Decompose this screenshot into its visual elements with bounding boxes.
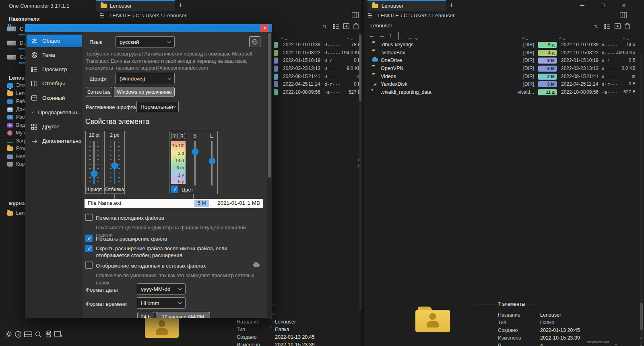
forward-icon[interactable]: → — [379, 32, 385, 39]
sort-icon[interactable]: ↑↓ — [594, 23, 597, 29]
file-row[interactable]: 2022-01-15 10:19 d-r--- 0 B — [272, 57, 362, 64]
translate-globe-button[interactable] — [249, 36, 260, 47]
add-panel-icon[interactable] — [615, 23, 621, 29]
file-row[interactable]: 2022-04-25 11:14 d-r--- 0 B — [272, 80, 362, 88]
show-extension-checkbox[interactable] — [85, 235, 93, 242]
reset-button[interactable]: R — [179, 133, 185, 139]
nav-columns[interactable]: Столбцы — [27, 77, 82, 90]
file-row[interactable]: .vivaldi_reporting_data vivald... 11 д 2… — [364, 89, 642, 96]
clipboard-icon[interactable] — [625, 23, 630, 29]
lightness-slider-thumb[interactable] — [208, 158, 215, 165]
sort-icon[interactable]: ↑↓ — [322, 23, 326, 29]
sort-direction-up-icon[interactable] — [409, 35, 411, 41]
time-format-select[interactable]: HH:mm — [137, 297, 186, 309]
sidebar-item-lenouser[interactable]: Leno — [7, 90, 27, 97]
nav-advanced[interactable]: Дополнительно — [27, 135, 82, 147]
menu-icon[interactable] — [367, 13, 374, 18]
hide-extension-checkbox[interactable] — [85, 245, 93, 252]
dialog-scrollbar-thumb[interactable] — [268, 33, 271, 177]
sidebar-item-documents[interactable]: Доку — [7, 106, 27, 113]
new-window-icon[interactable] — [54, 331, 62, 338]
sidebar-item-recycle-bin[interactable]: Корз — [7, 161, 27, 168]
drive-item[interactable]: D: — [7, 40, 25, 46]
nav-preview[interactable]: Предварительн... — [27, 106, 82, 119]
back-icon[interactable]: ← — [369, 32, 375, 39]
saturation-slider-track[interactable] — [194, 141, 196, 185]
time-24h-button[interactable]: 24 h — [137, 312, 154, 318]
file-row[interactable]: 2022-08-15 21:41 d----- ⊘ — [272, 73, 362, 80]
font-consolas-button[interactable]: Consolas — [86, 87, 112, 97]
up-icon[interactable]: ↑ — [389, 32, 392, 39]
sidebar-item-downloads[interactable]: Загр — [7, 137, 27, 144]
settings-gear-icon[interactable] — [5, 330, 12, 338]
nav-theme[interactable]: Тема — [27, 49, 82, 61]
sidebar-item-music[interactable]: Муз — [7, 129, 25, 136]
scrollbar-thumb[interactable] — [640, 303, 643, 330]
menu-icon[interactable] — [99, 13, 105, 18]
file-row[interactable]: Videos [DIR] 2 М 2022-08-15 21:41 d-----… — [364, 73, 642, 80]
info-icon[interactable] — [14, 331, 22, 338]
sidebar-item-programs[interactable]: Prog — [7, 145, 27, 152]
help-button[interactable]: ? — [171, 133, 178, 139]
file-row[interactable]: OneDrive [DIR] 9 М 2022-01-15 10:19 d-r-… — [364, 57, 642, 64]
time-ampm-button[interactable]: 12 часов с AM/PM — [156, 312, 210, 318]
chevron-up-icon[interactable] — [615, 341, 617, 346]
sort-asc-icon[interactable] — [281, 35, 287, 41]
new-tab-button[interactable]: + — [175, 1, 185, 10]
sidebar-item-this-pc[interactable]: Этот — [7, 82, 27, 89]
list-view-icon[interactable] — [333, 24, 339, 29]
sort-direction-down-icon[interactable] — [415, 35, 417, 41]
saturation-slider-thumb[interactable] — [192, 148, 198, 155]
drive-item[interactable]: G: — [7, 54, 25, 60]
nav-other[interactable]: Другое — [27, 120, 82, 133]
column-sort-icons[interactable] — [559, 35, 565, 41]
file-row[interactable]: 2022-10-15 08:22 d----- 194,0 KB — [272, 49, 362, 57]
sidebar-item-journal-lenouser[interactable]: Leno — [7, 210, 27, 217]
chevron-down-icon[interactable] — [272, 301, 277, 306]
nav-general[interactable]: Общее — [27, 35, 82, 47]
file-row[interactable]: OpenVPN [DIR] 6 М 2022-03-23 13:13 d----… — [364, 65, 642, 72]
font-select[interactable]: (Windows) — [116, 73, 175, 84]
dialog-scrollbar[interactable] — [267, 33, 272, 317]
column-sort-icons[interactable] — [623, 35, 629, 41]
padding-slider-thumb[interactable] — [111, 163, 118, 169]
drives-menu-button[interactable]: ... — [76, 14, 82, 21]
file-row[interactable]: YandexDisk [DIR] 5 М 2022-04-25 11:14 d-… — [364, 80, 642, 88]
chevron-down-icon[interactable] — [640, 341, 642, 346]
chevron-down-icon[interactable] — [640, 334, 642, 340]
font-size-slider-thumb[interactable] — [91, 171, 97, 177]
drive-item[interactable]: C: — [7, 26, 25, 32]
assistant-robot-icon[interactable] — [44, 330, 52, 338]
minimize-button[interactable] — [575, 0, 589, 11]
breadcrumb[interactable]: LENOTE \ C: \ Users \ Lenouser — [378, 12, 455, 19]
file-row[interactable]: 2022-10-08 09:56 -a---- 527 B — [272, 89, 362, 96]
collapse-handle-icon[interactable] — [358, 156, 360, 168]
slider-track[interactable] — [93, 141, 95, 174]
clipboard-icon[interactable] — [353, 23, 359, 29]
font-stretch-select[interactable]: Нормальный — [136, 101, 179, 112]
close-window-button[interactable]: × — [617, 0, 631, 11]
sort-asc-icon[interactable] — [347, 35, 353, 41]
breadcrumb[interactable]: LENOTE \ C: \ Users \ Lenouser — [109, 12, 187, 19]
file-row[interactable]: 2022-03-23 13:13 d----- 9,0 KB — [272, 65, 362, 72]
chevron-down-icon[interactable] — [272, 310, 277, 315]
nav-view[interactable]: Просмотр — [27, 63, 82, 76]
tab-lenouser-right[interactable]: Lenouser — [367, 0, 446, 11]
list-view-icon[interactable] — [604, 24, 611, 29]
file-row[interactable]: 2022-10-10 10:39 d----- 78 B — [272, 41, 362, 49]
file-row[interactable]: .dbus-keyrings [DIR] 9 д 2022-10-10 10:3… — [364, 41, 642, 49]
dialog-close-button[interactable]: x — [260, 25, 269, 32]
add-panel-icon[interactable] — [343, 23, 349, 29]
date-format-select[interactable]: yyyy-MM-dd — [137, 283, 186, 295]
tab-lenouser-left[interactable]: Lenouser — [96, 0, 175, 11]
nav-window[interactable]: Оконный — [27, 92, 82, 104]
search-icon[interactable] — [35, 331, 42, 338]
restore-button[interactable] — [596, 0, 610, 11]
notifications-toggle[interactable]: Уведомления — [586, 340, 609, 344]
columns-layout-icon[interactable] — [352, 12, 359, 18]
scrollbar-thumb[interactable] — [359, 35, 361, 101]
color-checkbox[interactable] — [171, 185, 178, 193]
folder-up-icon[interactable] — [398, 33, 399, 39]
scrollbar[interactable] — [640, 54, 643, 344]
mark-recent-files-checkbox[interactable] — [85, 214, 93, 221]
